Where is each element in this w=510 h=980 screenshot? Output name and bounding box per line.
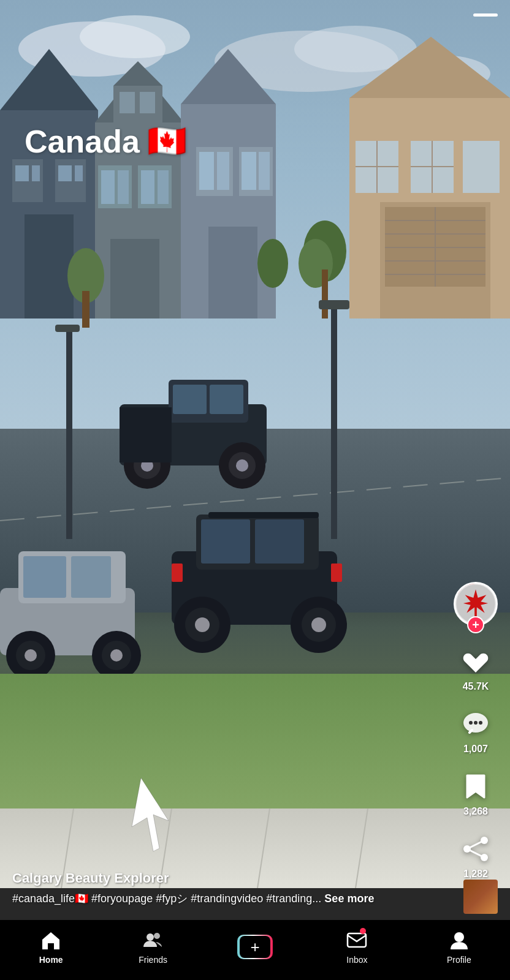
home-icon (39, 929, 63, 952)
plus-icon: + (240, 936, 270, 958)
follow-plus-button[interactable]: + (467, 616, 484, 633)
like-count: 45.7K (463, 681, 489, 692)
svg-rect-13 (58, 165, 72, 181)
share-action[interactable]: 1,282 (459, 832, 493, 880)
svg-point-59 (257, 239, 288, 288)
svg-rect-35 (242, 152, 256, 190)
svg-rect-33 (199, 152, 214, 190)
svg-rect-106 (55, 325, 80, 332)
status-indicator (473, 13, 498, 17)
share-icon (459, 832, 493, 866)
creator-avatar[interactable]: + (454, 582, 498, 626)
svg-rect-75 (201, 519, 250, 564)
svg-point-82 (195, 617, 210, 632)
svg-rect-12 (32, 165, 40, 181)
svg-rect-105 (66, 331, 72, 539)
like-action[interactable]: 45.7K (459, 644, 493, 692)
svg-point-112 (479, 721, 482, 725)
svg-rect-14 (75, 165, 83, 181)
svg-rect-120 (348, 933, 366, 947)
video-info-overlay: Calgary Beauty Explorer #canada_life🇨🇦 #… (0, 870, 436, 919)
svg-rect-10 (25, 214, 74, 318)
bottom-navigation: Home Friends + Inbox (0, 920, 510, 980)
svg-rect-36 (259, 152, 270, 190)
svg-point-95 (110, 649, 123, 662)
svg-rect-20 (140, 92, 155, 113)
svg-point-119 (154, 933, 160, 939)
nav-profile[interactable]: Profile (408, 929, 510, 965)
inbox-label: Inbox (346, 955, 367, 965)
svg-rect-89 (71, 556, 111, 598)
action-bar: + 45.7K 1,007 3,268 (454, 582, 498, 894)
see-more-button[interactable]: See more (324, 892, 374, 905)
svg-point-85 (311, 617, 326, 632)
svg-point-121 (454, 932, 464, 942)
friends-icon (142, 929, 165, 952)
comment-count: 1,007 (463, 744, 488, 755)
svg-rect-103 (331, 306, 337, 539)
video-caption: #canada_life🇨🇦 #foryoupage #fypシ #trandi… (12, 891, 424, 907)
svg-line-117 (467, 849, 484, 858)
status-bar (0, 0, 510, 24)
svg-rect-11 (15, 165, 29, 181)
svg-point-92 (25, 649, 37, 662)
caption-text: #canada_life🇨🇦 #foryoupage #fypシ #trandi… (12, 892, 321, 905)
svg-rect-72 (120, 407, 172, 462)
svg-rect-32 (208, 227, 257, 318)
svg-rect-78 (331, 564, 342, 582)
nav-friends[interactable]: Friends (102, 929, 204, 965)
canada-flag: 🇨🇦 (147, 123, 187, 160)
svg-rect-34 (217, 152, 229, 190)
svg-line-116 (467, 840, 484, 849)
canada-location-text: Canada 🇨🇦 (25, 123, 187, 160)
canada-label: Canada (25, 123, 140, 160)
creator-name: Calgary Beauty Explorer (12, 870, 424, 886)
svg-rect-76 (255, 519, 304, 564)
home-label: Home (39, 955, 63, 965)
profile-icon (447, 929, 471, 952)
bookmark-count: 3,268 (463, 806, 488, 817)
svg-rect-64 (173, 385, 207, 414)
svg-point-111 (474, 721, 478, 725)
svg-point-110 (469, 721, 473, 725)
svg-point-71 (236, 459, 248, 472)
svg-rect-26 (141, 170, 154, 204)
comment-action[interactable]: 1,007 (459, 707, 493, 755)
share-count: 1,282 (463, 869, 488, 880)
svg-point-118 (147, 933, 154, 941)
svg-rect-65 (210, 385, 243, 414)
svg-rect-27 (158, 170, 169, 204)
friends-label: Friends (139, 955, 167, 965)
comment-icon (459, 707, 493, 741)
svg-rect-88 (23, 556, 66, 598)
music-thumbnail[interactable] (463, 880, 498, 914)
nav-home[interactable]: Home (0, 929, 102, 965)
svg-rect-77 (172, 564, 183, 582)
profile-label: Profile (447, 955, 471, 965)
svg-rect-47 (463, 141, 500, 193)
svg-rect-79 (208, 512, 319, 518)
nav-create[interactable]: + (204, 935, 306, 959)
like-icon (459, 644, 493, 679)
svg-rect-58 (82, 291, 89, 328)
svg-rect-104 (319, 300, 349, 309)
arrow-pointer (123, 778, 184, 858)
svg-rect-23 (110, 239, 159, 318)
create-button[interactable]: + (237, 935, 273, 959)
bookmark-action[interactable]: 3,268 (459, 769, 493, 817)
inbox-icon (345, 929, 368, 952)
nav-inbox[interactable]: Inbox (306, 929, 408, 965)
svg-rect-25 (118, 170, 129, 204)
bookmark-icon (459, 769, 493, 804)
svg-rect-56 (322, 270, 328, 318)
svg-rect-19 (120, 92, 135, 113)
svg-rect-24 (101, 170, 115, 204)
